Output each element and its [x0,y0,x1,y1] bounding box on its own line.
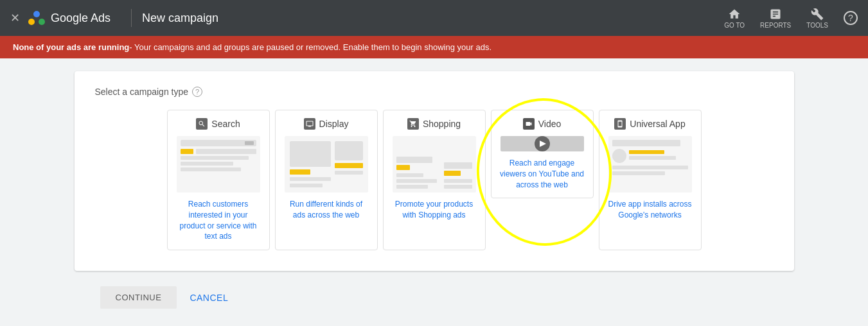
video-tile-preview [500,136,584,151]
search-tile-desc: Reach customers interested in your produ… [175,199,261,242]
main-content: Select a campaign type ? Search [0,58,868,322]
svg-point-0 [28,19,35,25]
alert-banner: None of your ads are running - Your camp… [0,36,868,58]
video-tile-name: Video [538,119,562,129]
search-tile-preview [177,136,260,193]
shopping-type-icon [407,118,419,130]
tile-header-app: Universal App [607,118,693,130]
app-tile-preview [608,136,692,193]
play-button-icon [535,136,550,151]
cancel-button[interactable]: CANCEL [190,293,228,303]
google-ads-logo-icon [28,9,46,27]
select-campaign-label: Select a campaign type ? [95,87,774,97]
shopping-tile-preview [393,136,476,193]
tools-label: TOOLS [806,22,828,29]
help-label: ? [848,13,853,23]
play-triangle-icon [540,141,546,147]
tools-button[interactable]: TOOLS [806,8,828,29]
tile-header-search: Search [175,118,261,130]
video-tile-desc: Reach and engage viewers on YouTube and … [499,158,585,190]
campaign-tile-shopping[interactable]: Shopping [383,110,486,250]
action-buttons: CONTINUE CANCEL [75,286,794,309]
nav-divider [131,9,132,27]
alert-bold-text: None of your ads are running [13,42,129,52]
reports-button[interactable]: REPORTS [760,8,791,29]
goto-button[interactable]: GO TO [724,8,745,29]
alert-rest-text: - Your campaigns and ad groups are pause… [129,42,492,52]
app-tile-desc: Drive app installs across Google's netwo… [607,199,693,221]
reports-label: REPORTS [760,22,791,29]
close-icon[interactable]: ✕ [10,11,20,25]
tile-header-video: Video [499,118,585,130]
display-tile-desc: Run different kinds of ads across the we… [283,199,369,221]
search-type-icon [196,118,208,130]
campaign-tile-display[interactable]: Display Run different kinds of [275,110,378,250]
topnav-right: GO TO REPORTS TOOLS ? [724,8,858,29]
display-tile-preview [285,136,368,193]
topnav: ✕ Google Ads New campaign GO TO REPORTS … [0,0,868,36]
goto-label: GO TO [724,22,745,29]
tile-header-shopping: Shopping [391,118,477,130]
goto-icon [728,8,741,21]
logo: Google Ads [28,9,121,27]
help-circle-icon[interactable]: ? [192,87,202,97]
page-title: New campaign [142,12,218,25]
campaign-card: Select a campaign type ? Search [75,71,794,271]
display-tile-name: Display [319,119,349,129]
campaign-types-container: Search Reach customers interested in you… [95,110,774,250]
app-type-icon [614,118,626,130]
tile-header-display: Display [283,118,369,130]
app-tile-name: Universal App [630,119,685,129]
select-label-text: Select a campaign type [95,87,189,97]
reports-icon [769,8,782,21]
continue-button[interactable]: CONTINUE [100,286,177,309]
display-type-icon [304,118,315,130]
video-tile-wrapper: Video Reach and engage viewers on YouTub… [491,110,594,250]
campaign-tile-universal-app[interactable]: Universal App Drive app installs across … [599,110,702,250]
brand-name: Google Ads [51,12,111,25]
svg-point-2 [33,11,40,17]
tools-icon [811,8,824,21]
help-button[interactable]: ? [844,11,858,25]
shopping-tile-desc: Promote your products with Shopping ads [391,199,477,221]
search-tile-name: Search [211,119,240,129]
campaign-tile-video[interactable]: Video Reach and engage viewers on YouTub… [491,110,594,198]
svg-point-1 [39,19,45,25]
campaign-tile-search[interactable]: Search Reach customers interested in you… [167,110,270,250]
video-type-icon [523,118,535,130]
shopping-tile-name: Shopping [423,119,461,129]
